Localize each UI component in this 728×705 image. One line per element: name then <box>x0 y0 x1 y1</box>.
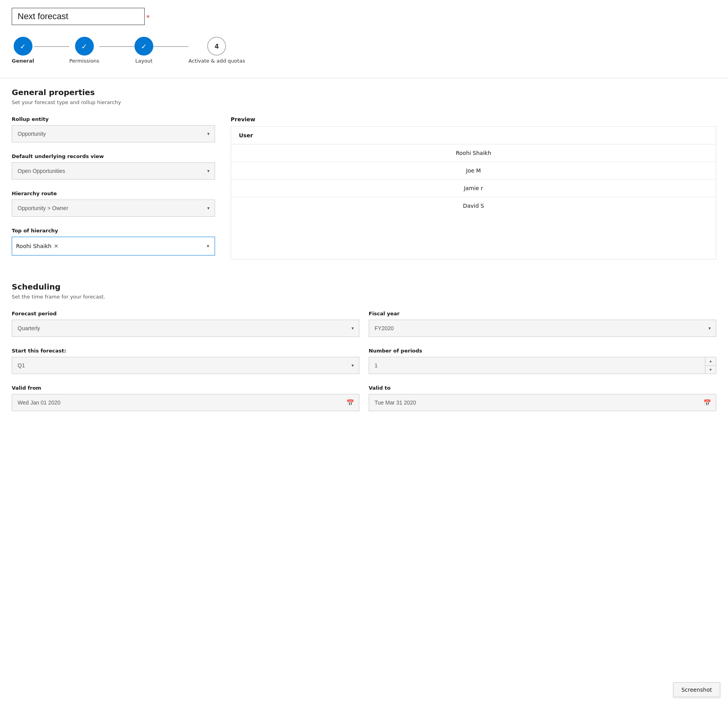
valid-from-label: Valid from <box>12 385 359 391</box>
top-of-hierarchy-tag: Roohi Shaikh ✕ <box>16 243 58 249</box>
stepper: ✓ General ✓ Permissions ✓ Layout 4 Activ… <box>12 37 716 64</box>
hierarchy-route-wrapper: Opportunity > Owner ▾ <box>12 200 215 217</box>
number-of-periods-stepper: ▲ ▼ <box>369 357 716 374</box>
scheduling-section: Scheduling Set the time frame for your f… <box>12 282 716 411</box>
valid-to-label: Valid to <box>369 385 716 391</box>
number-of-periods-group: Number of periods ▲ ▼ <box>369 348 716 374</box>
step-label-general: General <box>12 58 34 64</box>
rollup-entity-wrapper: Opportunity ▾ <box>12 125 215 142</box>
start-forecast-wrapper: Q1 Q2 Q3 Q4 ▾ <box>12 357 359 374</box>
stepper-up-button[interactable]: ▲ <box>705 357 716 366</box>
step-label-activate: Activate & add quotas <box>188 58 245 64</box>
title-section: * <box>12 8 716 25</box>
start-forecast-periods-row: Start this forecast: Q1 Q2 Q3 Q4 ▾ Numbe… <box>12 348 716 374</box>
check-icon-layout: ✓ <box>141 42 147 50</box>
step-label-permissions: Permissions <box>69 58 99 64</box>
preview-label: Preview <box>231 116 716 122</box>
stepper-down-button[interactable]: ▼ <box>705 366 716 374</box>
valid-to-input[interactable] <box>369 399 699 406</box>
top-of-hierarchy-tag-text: Roohi Shaikh <box>16 243 52 249</box>
fiscal-year-label: Fiscal year <box>369 311 716 317</box>
step-circle-general: ✓ <box>14 37 32 56</box>
step-activate[interactable]: 4 Activate & add quotas <box>188 37 245 64</box>
hierarchy-route-select[interactable]: Opportunity > Owner <box>12 200 215 217</box>
start-forecast-select[interactable]: Q1 Q2 Q3 Q4 <box>12 357 359 374</box>
forecast-period-label: Forecast period <box>12 311 359 317</box>
general-properties-subtitle: Set your forecast type and rollup hierar… <box>12 99 716 105</box>
fiscal-year-select[interactable]: FY2020 FY2021 <box>369 320 716 337</box>
preview-row-1: Joe M <box>231 162 716 180</box>
underlying-records-group: Default underlying records view Open Opp… <box>12 153 215 180</box>
scheduling-title: Scheduling <box>12 282 716 291</box>
preview-col: Preview User Roohi Shaikh Joe M Jamie r … <box>231 116 716 266</box>
forecast-period-select[interactable]: Quarterly Monthly <box>12 320 359 337</box>
underlying-records-select[interactable]: Open Opportunities <box>12 162 215 180</box>
valid-from-calendar-icon[interactable]: 📅 <box>342 399 359 406</box>
connector-3-4 <box>153 46 188 47</box>
preview-panel: User Roohi Shaikh Joe M Jamie r David S <box>231 126 716 259</box>
top-of-hierarchy-label: Top of hierarchy <box>12 228 215 234</box>
underlying-records-wrapper: Open Opportunities ▾ <box>12 162 215 180</box>
fiscal-year-group: Fiscal year FY2020 FY2021 ▾ <box>369 311 716 337</box>
page-container: * ✓ General ✓ Permissions ✓ Layout <box>0 0 728 705</box>
valid-dates-row: Valid from 📅 Valid to 📅 <box>12 385 716 411</box>
top-of-hierarchy-group: Top of hierarchy Roohi Shaikh ✕ ▾ <box>12 228 215 255</box>
step-circle-layout: ✓ <box>134 37 153 56</box>
number-of-periods-input[interactable] <box>369 357 705 374</box>
valid-from-wrapper: 📅 <box>12 394 359 411</box>
general-properties-section: General properties Set your forecast typ… <box>12 88 716 266</box>
hierarchy-route-group: Hierarchy route Opportunity > Owner ▾ <box>12 191 215 217</box>
screenshot-button[interactable]: Screenshot <box>673 682 720 697</box>
required-star: * <box>146 13 150 22</box>
preview-row-2: Jamie r <box>231 180 716 197</box>
start-forecast-group: Start this forecast: Q1 Q2 Q3 Q4 ▾ <box>12 348 359 374</box>
forecast-period-wrapper: Quarterly Monthly ▾ <box>12 320 359 337</box>
top-of-hierarchy-close-icon[interactable]: ✕ <box>54 243 59 249</box>
title-input-wrapper: * <box>12 8 150 25</box>
preview-row-0: Roohi Shaikh <box>231 144 716 162</box>
step-circle-activate: 4 <box>207 37 226 56</box>
hierarchy-route-label: Hierarchy route <box>12 191 215 196</box>
check-icon-general: ✓ <box>20 42 26 50</box>
rollup-entity-label: Rollup entity <box>12 116 215 122</box>
fiscal-year-wrapper: FY2020 FY2021 ▾ <box>369 320 716 337</box>
forecast-period-group: Forecast period Quarterly Monthly ▾ <box>12 311 359 337</box>
valid-to-group: Valid to 📅 <box>369 385 716 411</box>
check-icon-permissions: ✓ <box>81 42 87 50</box>
valid-to-calendar-icon[interactable]: 📅 <box>699 399 716 406</box>
general-left-col: Rollup entity Opportunity ▾ Default unde… <box>12 116 215 266</box>
step-general[interactable]: ✓ General <box>12 37 34 64</box>
step-number-activate: 4 <box>215 43 219 50</box>
stepper-arrows: ▲ ▼ <box>705 357 716 374</box>
step-circle-permissions: ✓ <box>75 37 94 56</box>
step-permissions[interactable]: ✓ Permissions <box>69 37 99 64</box>
rollup-entity-group: Rollup entity Opportunity ▾ <box>12 116 215 142</box>
scheduling-subtitle: Set the time frame for your forecast. <box>12 294 716 300</box>
step-label-layout: Layout <box>135 58 152 64</box>
top-of-hierarchy-select[interactable]: Roohi Shaikh ✕ ▾ <box>12 237 215 255</box>
general-properties-title: General properties <box>12 88 716 97</box>
number-of-periods-label: Number of periods <box>369 348 716 354</box>
start-forecast-label: Start this forecast: <box>12 348 359 354</box>
general-two-col: Rollup entity Opportunity ▾ Default unde… <box>12 116 716 266</box>
connector-2-3 <box>99 46 134 47</box>
forecast-period-fiscal-year-row: Forecast period Quarterly Monthly ▾ Fisc… <box>12 311 716 337</box>
rollup-entity-select[interactable]: Opportunity <box>12 125 215 142</box>
connector-1-2 <box>34 46 69 47</box>
preview-header: User <box>231 127 716 144</box>
valid-from-group: Valid from 📅 <box>12 385 359 411</box>
section-divider-1 <box>0 78 728 78</box>
valid-from-input[interactable] <box>12 399 342 406</box>
underlying-records-label: Default underlying records view <box>12 153 215 159</box>
valid-to-wrapper: 📅 <box>369 394 716 411</box>
step-layout[interactable]: ✓ Layout <box>134 37 153 64</box>
preview-row-3: David S <box>231 197 716 214</box>
top-of-hierarchy-chevron-icon: ▾ <box>207 243 209 249</box>
forecast-title-input[interactable] <box>12 8 145 25</box>
